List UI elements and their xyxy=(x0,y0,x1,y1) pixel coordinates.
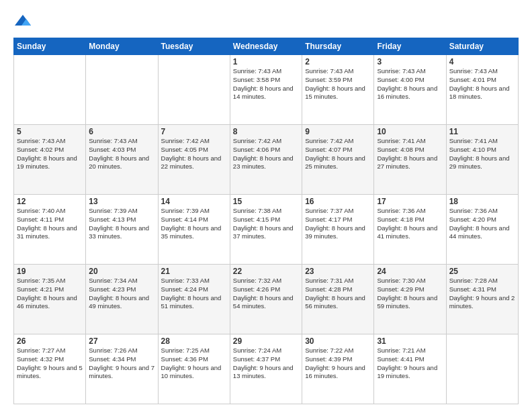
day-number: 12 xyxy=(17,197,83,206)
day-number: 17 xyxy=(377,197,443,206)
day-info: Sunrise: 7:28 AM Sunset: 4:31 PM Dayligh… xyxy=(449,277,515,311)
calendar-cell: 11Sunrise: 7:41 AM Sunset: 4:10 PM Dayli… xyxy=(446,125,518,195)
day-number: 5 xyxy=(17,127,83,136)
calendar-table: SundayMondayTuesdayWednesdayThursdayFrid… xyxy=(13,38,519,404)
calendar-cell xyxy=(446,334,518,404)
calendar-cell: 22Sunrise: 7:32 AM Sunset: 4:26 PM Dayli… xyxy=(230,265,302,334)
calendar-cell: 21Sunrise: 7:33 AM Sunset: 4:24 PM Dayli… xyxy=(158,265,230,334)
weekday-header: Thursday xyxy=(302,38,374,55)
header xyxy=(13,12,519,31)
calendar-cell: 1Sunrise: 7:43 AM Sunset: 3:58 PM Daylig… xyxy=(230,55,302,125)
day-number: 9 xyxy=(305,127,371,136)
day-info: Sunrise: 7:36 AM Sunset: 4:20 PM Dayligh… xyxy=(449,207,515,241)
weekday-header-row: SundayMondayTuesdayWednesdayThursdayFrid… xyxy=(14,38,519,55)
day-info: Sunrise: 7:25 AM Sunset: 4:36 PM Dayligh… xyxy=(161,347,227,381)
calendar-cell: 9Sunrise: 7:42 AM Sunset: 4:07 PM Daylig… xyxy=(302,125,374,195)
day-info: Sunrise: 7:43 AM Sunset: 4:03 PM Dayligh… xyxy=(89,137,154,171)
day-number: 14 xyxy=(161,197,227,206)
weekday-header: Tuesday xyxy=(158,38,230,55)
calendar-week-row: 26Sunrise: 7:27 AM Sunset: 4:32 PM Dayli… xyxy=(14,334,519,404)
logo-icon xyxy=(13,12,32,31)
calendar-cell: 6Sunrise: 7:43 AM Sunset: 4:03 PM Daylig… xyxy=(86,125,158,195)
day-number: 16 xyxy=(305,197,371,206)
calendar-cell: 28Sunrise: 7:25 AM Sunset: 4:36 PM Dayli… xyxy=(158,334,230,404)
calendar-cell xyxy=(14,55,86,125)
day-info: Sunrise: 7:43 AM Sunset: 3:58 PM Dayligh… xyxy=(233,67,299,101)
day-number: 13 xyxy=(89,197,154,206)
calendar-cell xyxy=(86,55,158,125)
day-info: Sunrise: 7:43 AM Sunset: 3:59 PM Dayligh… xyxy=(305,67,371,101)
day-info: Sunrise: 7:37 AM Sunset: 4:17 PM Dayligh… xyxy=(305,207,371,241)
calendar-cell: 13Sunrise: 7:39 AM Sunset: 4:13 PM Dayli… xyxy=(86,195,158,265)
calendar-cell: 29Sunrise: 7:24 AM Sunset: 4:37 PM Dayli… xyxy=(230,334,302,404)
day-info: Sunrise: 7:41 AM Sunset: 4:08 PM Dayligh… xyxy=(377,137,443,171)
day-info: Sunrise: 7:24 AM Sunset: 4:37 PM Dayligh… xyxy=(233,347,299,381)
day-number: 25 xyxy=(449,267,515,276)
calendar-cell xyxy=(158,55,230,125)
day-info: Sunrise: 7:42 AM Sunset: 4:05 PM Dayligh… xyxy=(161,137,227,171)
calendar-cell: 27Sunrise: 7:26 AM Sunset: 4:34 PM Dayli… xyxy=(86,334,158,404)
calendar-cell: 8Sunrise: 7:42 AM Sunset: 4:06 PM Daylig… xyxy=(230,125,302,195)
day-info: Sunrise: 7:27 AM Sunset: 4:32 PM Dayligh… xyxy=(17,347,83,381)
day-info: Sunrise: 7:31 AM Sunset: 4:28 PM Dayligh… xyxy=(305,277,371,311)
weekday-header: Sunday xyxy=(14,38,86,55)
calendar-cell: 24Sunrise: 7:30 AM Sunset: 4:29 PM Dayli… xyxy=(374,265,446,334)
day-number: 3 xyxy=(377,57,443,66)
calendar-cell: 18Sunrise: 7:36 AM Sunset: 4:20 PM Dayli… xyxy=(446,195,518,265)
day-info: Sunrise: 7:38 AM Sunset: 4:15 PM Dayligh… xyxy=(233,207,299,241)
day-number: 19 xyxy=(17,267,83,276)
day-number: 28 xyxy=(161,336,227,346)
day-info: Sunrise: 7:40 AM Sunset: 4:11 PM Dayligh… xyxy=(17,207,83,241)
day-number: 26 xyxy=(17,336,83,346)
page: SundayMondayTuesdayWednesdayThursdayFrid… xyxy=(0,0,532,411)
calendar-week-row: 5Sunrise: 7:43 AM Sunset: 4:02 PM Daylig… xyxy=(14,125,519,195)
day-number: 20 xyxy=(89,267,154,276)
calendar-cell: 10Sunrise: 7:41 AM Sunset: 4:08 PM Dayli… xyxy=(374,125,446,195)
day-number: 8 xyxy=(233,127,299,136)
day-info: Sunrise: 7:21 AM Sunset: 4:41 PM Dayligh… xyxy=(377,347,443,381)
day-number: 31 xyxy=(377,336,443,346)
day-number: 24 xyxy=(377,267,443,276)
day-info: Sunrise: 7:26 AM Sunset: 4:34 PM Dayligh… xyxy=(89,347,154,381)
day-info: Sunrise: 7:41 AM Sunset: 4:10 PM Dayligh… xyxy=(449,137,515,171)
day-number: 15 xyxy=(233,197,299,206)
weekday-header: Saturday xyxy=(446,38,518,55)
calendar-cell: 31Sunrise: 7:21 AM Sunset: 4:41 PM Dayli… xyxy=(374,334,446,404)
day-number: 11 xyxy=(449,127,515,136)
calendar-cell: 25Sunrise: 7:28 AM Sunset: 4:31 PM Dayli… xyxy=(446,265,518,334)
day-number: 10 xyxy=(377,127,443,136)
day-info: Sunrise: 7:33 AM Sunset: 4:24 PM Dayligh… xyxy=(161,277,227,311)
day-info: Sunrise: 7:42 AM Sunset: 4:06 PM Dayligh… xyxy=(233,137,299,171)
day-number: 22 xyxy=(233,267,299,276)
day-info: Sunrise: 7:39 AM Sunset: 4:13 PM Dayligh… xyxy=(89,207,154,241)
day-info: Sunrise: 7:39 AM Sunset: 4:14 PM Dayligh… xyxy=(161,207,227,241)
calendar-cell: 3Sunrise: 7:43 AM Sunset: 4:00 PM Daylig… xyxy=(374,55,446,125)
day-number: 6 xyxy=(89,127,154,136)
day-number: 21 xyxy=(161,267,227,276)
calendar-week-row: 19Sunrise: 7:35 AM Sunset: 4:21 PM Dayli… xyxy=(14,265,519,334)
calendar-cell: 26Sunrise: 7:27 AM Sunset: 4:32 PM Dayli… xyxy=(14,334,86,404)
logo xyxy=(13,12,35,31)
day-number: 18 xyxy=(449,197,515,206)
day-info: Sunrise: 7:34 AM Sunset: 4:23 PM Dayligh… xyxy=(89,277,154,311)
weekday-header: Wednesday xyxy=(230,38,302,55)
day-info: Sunrise: 7:43 AM Sunset: 4:01 PM Dayligh… xyxy=(449,67,515,101)
calendar-cell: 7Sunrise: 7:42 AM Sunset: 4:05 PM Daylig… xyxy=(158,125,230,195)
day-number: 30 xyxy=(305,336,371,346)
calendar-cell: 19Sunrise: 7:35 AM Sunset: 4:21 PM Dayli… xyxy=(14,265,86,334)
day-info: Sunrise: 7:32 AM Sunset: 4:26 PM Dayligh… xyxy=(233,277,299,311)
calendar-week-row: 1Sunrise: 7:43 AM Sunset: 3:58 PM Daylig… xyxy=(14,55,519,125)
day-info: Sunrise: 7:42 AM Sunset: 4:07 PM Dayligh… xyxy=(305,137,371,171)
calendar-cell: 4Sunrise: 7:43 AM Sunset: 4:01 PM Daylig… xyxy=(446,55,518,125)
calendar-cell: 20Sunrise: 7:34 AM Sunset: 4:23 PM Dayli… xyxy=(86,265,158,334)
day-info: Sunrise: 7:36 AM Sunset: 4:18 PM Dayligh… xyxy=(377,207,443,241)
calendar-cell: 12Sunrise: 7:40 AM Sunset: 4:11 PM Dayli… xyxy=(14,195,86,265)
calendar-cell: 5Sunrise: 7:43 AM Sunset: 4:02 PM Daylig… xyxy=(14,125,86,195)
day-number: 27 xyxy=(89,336,154,346)
day-number: 7 xyxy=(161,127,227,136)
calendar-cell: 14Sunrise: 7:39 AM Sunset: 4:14 PM Dayli… xyxy=(158,195,230,265)
day-number: 29 xyxy=(233,336,299,346)
calendar-cell: 2Sunrise: 7:43 AM Sunset: 3:59 PM Daylig… xyxy=(302,55,374,125)
calendar-cell: 23Sunrise: 7:31 AM Sunset: 4:28 PM Dayli… xyxy=(302,265,374,334)
calendar-cell: 30Sunrise: 7:22 AM Sunset: 4:39 PM Dayli… xyxy=(302,334,374,404)
